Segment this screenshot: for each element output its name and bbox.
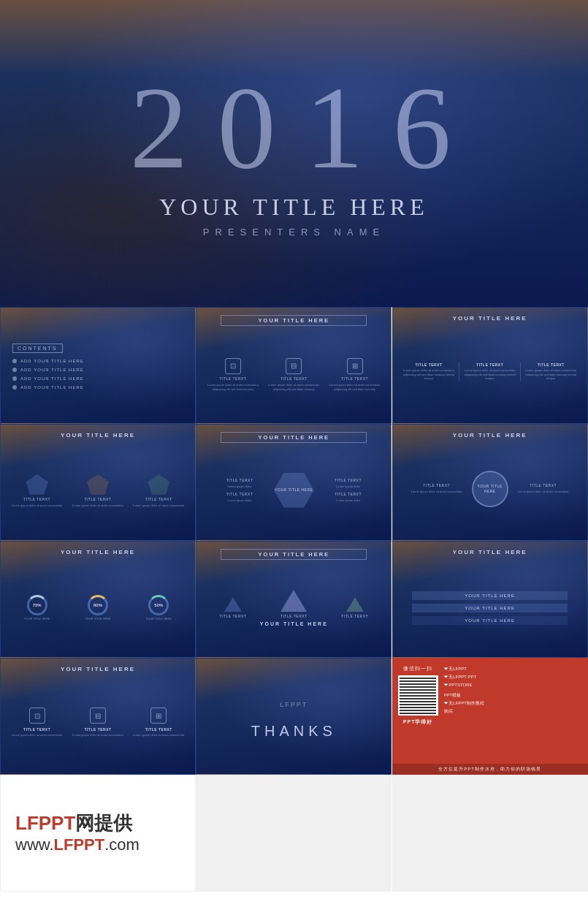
hero-subtitle: PRESENTERS NAME (203, 227, 385, 238)
content-item-1: ADD YOUR TITLE HERE (12, 359, 163, 363)
penta-text-2: Lorem ipsum dolor sit amet consectetur (71, 504, 125, 508)
brand-url-brand: LFPPT (54, 835, 105, 854)
slide4-title: YOUR TITLE HERE (61, 432, 135, 439)
year-digit-3: 1 (305, 69, 371, 186)
col3b-title-1: TITLE TERXT (23, 727, 50, 732)
brand-url: www.LFPPT.com (15, 835, 140, 854)
bottom-branding: LFPPT网提供 www.LFPPT.com (0, 775, 196, 892)
penta-1: TITLE TERXT Lorem ipsum dolor sit amet c… (10, 474, 64, 508)
thumb-contents: CONTENTS ADD YOUR TITLE HERE ADD YOUR TI… (0, 307, 196, 424)
slide10-title: YOUR TITLE HERE (61, 666, 135, 672)
thumb-triangles: YOUR TITLE HERE TITLE TERXT TITLE TERXT … (196, 541, 392, 658)
tri-label-2: TITLE TERXT (280, 614, 308, 618)
col3b-text-3: Lorem ipsum dolor sit amet consectetur (133, 733, 184, 737)
gauge-label-1: YOUR TITLE HERE (23, 617, 52, 621)
gauge-row: 70% YOUR TITLE HERE 80% YOUR TITLE HERE … (7, 595, 189, 621)
col3-item-3: TITLE TERXT Lorem ipsum dolor sit amet c… (521, 363, 581, 381)
spacer-1 (196, 775, 392, 892)
text-list-item-2: YOUR TITLE HERE (412, 604, 568, 612)
thumbnail-grid-row4: YOUR TITLE HERE ⊡ TITLE TERXT Lorem ipsu… (0, 658, 588, 775)
brand-url-suffix: .com (104, 835, 140, 854)
pentagon-row: TITLE TERXT Lorem ipsum dolor sit amet c… (7, 474, 189, 508)
col3-text-1: Lorem ipsum dolor sit amet consectetur a… (400, 368, 458, 381)
year-digit-2: 0 (218, 69, 283, 186)
col3-title-3: TITLE TERXT (538, 363, 565, 367)
slide7-title: YOUR TITLE HERE (61, 549, 135, 555)
thumbnail-grid-row1: CONTENTS ADD YOUR TITLE HERE ADD YOUR TI… (0, 307, 588, 424)
spacer-2 (392, 775, 588, 892)
content-item-3: ADD YOUR TITLE HERE (12, 376, 163, 381)
circle-label-l1: TITLE TERXT (402, 483, 472, 488)
col3-item-1: TITLE TERXT Lorem ipsum dolor sit amet c… (399, 363, 459, 381)
promo-link-1: PPT模板 (444, 691, 582, 699)
hex-label-l1: TITLE TERXT (226, 478, 253, 482)
thanks-watermark: LFPPT (280, 701, 308, 708)
hero-title: YOUR TITLE HERE (159, 194, 428, 221)
thumb-cols3b: YOUR TITLE HERE ⊡ TITLE TERXT Lorem ipsu… (0, 658, 196, 775)
year-digit-1: 2 (130, 69, 196, 186)
icon-row: ⊡ TITLE TERXT Lorem ipsum dolor sit amet… (202, 358, 385, 391)
col3-title-1: TITLE TERXT (415, 363, 442, 367)
promo-tagline: 全方位提升PPT制作水准，助力你的职场钱景 (392, 764, 588, 775)
slide5-title: YOUR TITLE HERE (221, 432, 367, 443)
hex-label-r1: TITLE TERXT (335, 478, 362, 482)
tri-1: TITLE TERXT (220, 597, 247, 618)
thumb-icons3: YOUR TITLE HERE ⊡ TITLE TERXT Lorem ipsu… (196, 307, 392, 424)
brand-logo-suffix: 网提供 (75, 812, 132, 834)
gauge-label-2: YOUR TITLE HERE (83, 617, 112, 621)
icon-box-3: ⊞ TITLE TERXT Lorem ipsum dolor sit amet… (324, 358, 385, 391)
col3-title-2: TITLE TERXT (476, 363, 503, 367)
text-list-item-1: YOUR TITLE HERE (412, 591, 568, 600)
content-item-2: ADD YOUR TITLE HERE (12, 368, 163, 372)
promo-link-2: ❤ 无LFPPT制作教程 (444, 699, 582, 708)
thumbnail-grid-row3: YOUR TITLE HERE 70% YOUR TITLE HERE 80% … (0, 541, 588, 658)
scan-sub: PPT学得好 (403, 718, 433, 726)
col3-text-3: Lorem ipsum dolor sit amet consectetur a… (522, 368, 580, 381)
penta-3: TITLE TERXT Lorem ipsum dolor sit amet c… (131, 474, 186, 508)
slide8-title: YOUR TITLE HERE (221, 549, 367, 560)
year-digit-4: 6 (393, 69, 459, 186)
contents-items: ADD YOUR TITLE HERE ADD YOUR TITLE HERE … (12, 359, 163, 390)
text-list-item-3: YOUR TITLE HERE (412, 616, 568, 625)
hex-label-l2: TITLE TERXT (226, 492, 253, 496)
tri-label-3: TITLE TERXT (341, 614, 368, 618)
thumbnail-grid-row5: LFPPT网提供 www.LFPPT.com (0, 775, 588, 892)
tri-shape-2 (280, 590, 307, 612)
big-circle-text: YOUR TITLE HERE (473, 484, 507, 494)
gauge-3: 50% YOUR TITLE HERE (144, 595, 173, 621)
hex-label-r2: TITLE TERXT (335, 492, 362, 496)
content-item-4: ADD YOUR TITLE HERE (12, 385, 163, 390)
col3b-icon-3: ⊞ (150, 708, 167, 724)
penta-label-1: TITLE TERXT (23, 497, 50, 501)
triangle-row: TITLE TERXT TITLE TERXT TITLE TERXT (202, 590, 385, 618)
center-hex-text: YOUR TITLE HERE (275, 488, 313, 493)
penta-text-1: Lorem ipsum dolor sit amet consectetur (10, 504, 64, 508)
hex-text-l2: Lorem ipsum dolor (205, 498, 274, 503)
thanks-text: THANKS (251, 723, 337, 740)
col3-a: TITLE TERXT Lorem ipsum dolor sit amet c… (399, 363, 581, 381)
icon-box-1: ⊡ TITLE TERXT Lorem ipsum dolor sit amet… (202, 358, 263, 391)
icon-text-1: Lorem ipsum dolor sit amet consectetur a… (202, 383, 263, 391)
penta-shape-3 (148, 474, 169, 495)
hex-text-r2: Lorem ipsum dolor (314, 498, 383, 503)
gauge-1: 70% YOUR TITLE HERE (23, 595, 52, 621)
contents-label: CONTENTS (12, 344, 63, 353)
qr-pattern (400, 678, 436, 714)
col3b-icon-2: ⊟ (90, 708, 106, 724)
hero-slide: 2 0 1 6 YOUR TITLE HERE PRESENTERS NAME (0, 0, 588, 307)
icon-text-2: Lorem ipsum dolor sit amet consectetur a… (264, 383, 324, 391)
thumb-thanks: LFPPT THANKS (196, 658, 392, 775)
tri-2: TITLE TERXT (280, 590, 308, 618)
circle-label-r1: TITLE TERXT (508, 483, 579, 488)
thumb-circles: YOUR TITLE HERE TITLE TERXT Lorem ipsum … (392, 424, 588, 541)
hex-left-2: TITLE TERXT Lorem ipsum dolor (205, 492, 274, 503)
icon-label-3: TITLE TERXT (341, 376, 368, 381)
slide3-title: YOUR TITLE HERE (453, 315, 527, 322)
slide9-title: YOUR TITLE HERE (453, 549, 527, 555)
center-hex: YOUR TITLE HERE (274, 473, 314, 508)
col3b-icon-1: ⊡ (29, 708, 45, 724)
col3b-text-1: Lorem ipsum dolor sit amet consectetur (12, 733, 63, 737)
circle-text-r1: Lorem ipsum dolor sit amet consectetur (508, 490, 579, 494)
promo-icon-1: ❤ 无LFPPT (444, 665, 582, 673)
big-circle: YOUR TITLE HERE (472, 471, 508, 507)
